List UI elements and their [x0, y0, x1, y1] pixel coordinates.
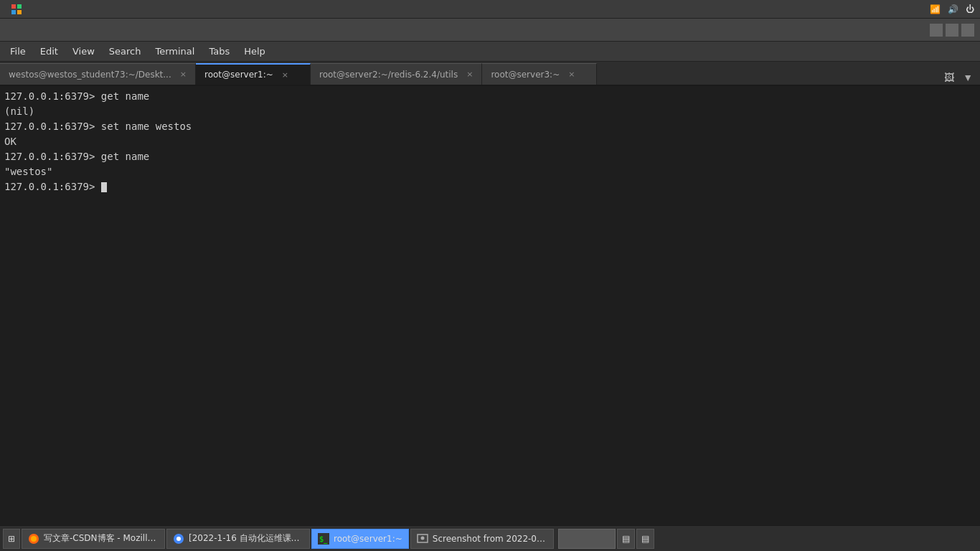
tab-label: westos@westos_student73:~/Deskt...: [9, 70, 171, 80]
terminal-icon: $_: [318, 533, 329, 545]
maximize-button[interactable]: [946, 24, 958, 37]
menu-item-help[interactable]: Help: [237, 43, 273, 60]
svg-rect-0: [11, 4, 16, 9]
tab-tab2[interactable]: root@server1:~×: [196, 63, 311, 85]
svg-point-5: [31, 536, 37, 542]
tab-tab1[interactable]: westos@westos_student73:~/Deskt...×: [0, 63, 196, 85]
tab-tab3[interactable]: root@server2:~/redis-6.2.4/utils×: [311, 63, 482, 85]
taskbar-item-tb4[interactable]: Screenshot from 2022-01-24 14-2...: [410, 529, 554, 549]
taskbar-extra-btn2[interactable]: ▤: [636, 529, 654, 549]
show-desktop-button[interactable]: ⊞: [3, 529, 20, 549]
taskbar-item-label: [2022-1-16 自动化运维课程之redis...: [189, 532, 303, 545]
taskbar-item-tb3[interactable]: $_root@server1:~: [311, 529, 409, 549]
svg-point-7: [176, 537, 181, 541]
svg-rect-3: [17, 10, 22, 14]
taskbar-search-input[interactable]: [558, 529, 616, 549]
tab-label: root@server1:~: [204, 70, 273, 80]
terminal-line: OK: [4, 134, 976, 149]
tab-dropdown-button[interactable]: ▼: [960, 70, 976, 85]
menu-item-tabs[interactable]: Tabs: [202, 43, 237, 60]
taskbar-extra-btn1[interactable]: ▤: [617, 529, 635, 549]
terminal-line: "westos": [4, 164, 976, 179]
taskbar-item-tb2[interactable]: [2022-1-16 自动化运维课程之redis...: [166, 529, 310, 549]
terminal-content[interactable]: 127.0.0.1:6379> get name(nil)127.0.0.1:6…: [0, 86, 980, 525]
menu-item-view[interactable]: View: [65, 43, 102, 60]
terminal-line: 127.0.0.1:6379> get name: [4, 149, 976, 164]
taskbar: ⊞ 写文章-CSDN博客 - Mozilla Firefox[2022-1-16…: [0, 525, 980, 551]
wifi-icon: 📶: [930, 4, 941, 14]
svg-rect-1: [17, 4, 22, 9]
menu-bar: FileEditViewSearchTerminalTabsHelp: [0, 42, 980, 62]
tab-tab4[interactable]: root@server3:~×: [482, 63, 597, 85]
title-bar: [0, 19, 980, 42]
power-icon: ⏻: [966, 4, 974, 14]
volume-icon: 🔊: [948, 4, 958, 14]
places-menu[interactable]: [43, 8, 55, 11]
tab-actions: 🖼▼: [937, 70, 980, 85]
svg-point-11: [420, 536, 424, 540]
menu-item-search[interactable]: Search: [102, 43, 149, 60]
tab-close-button[interactable]: ×: [180, 70, 187, 79]
terminal-line: 127.0.0.1:6379> set name westos: [4, 119, 976, 134]
taskbar-item-label: Screenshot from 2022-01-24 14-2...: [433, 534, 547, 544]
window-controls: [930, 24, 974, 37]
close-button[interactable]: [961, 24, 974, 37]
screenshot-icon: [417, 533, 428, 545]
menu-item-edit[interactable]: Edit: [33, 43, 65, 60]
tab-close-button[interactable]: ×: [466, 70, 473, 79]
svg-rect-2: [11, 10, 16, 14]
system-bar: 📶 🔊 ⏻: [0, 0, 980, 19]
svg-text:$_: $_: [319, 535, 328, 544]
firefox-icon: [28, 533, 39, 545]
menu-item-file[interactable]: File: [3, 43, 33, 60]
scroll-tabs-button[interactable]: 🖼: [941, 70, 957, 85]
terminal-line: 127.0.0.1:6379> get name: [4, 89, 976, 104]
tab-bar: westos@westos_student73:~/Deskt...×root@…: [0, 62, 980, 86]
minimize-button[interactable]: [930, 24, 943, 37]
tab-label: root@server3:~: [491, 70, 560, 80]
menu-item-terminal[interactable]: Terminal: [148, 43, 202, 60]
tab-close-button[interactable]: ×: [568, 70, 575, 79]
chrome-icon: [173, 533, 184, 545]
taskbar-item-label: root@server1:~: [334, 534, 402, 544]
taskbar-item-label: 写文章-CSDN博客 - Mozilla Firefox: [44, 532, 159, 545]
system-bar-right: 📶 🔊 ⏻: [915, 4, 974, 14]
applications-menu[interactable]: [6, 2, 42, 17]
terminal-line: 127.0.0.1:6379>: [4, 179, 976, 194]
tab-close-button[interactable]: ×: [282, 70, 288, 80]
system-bar-left: [6, 2, 67, 17]
terminal-line: (nil): [4, 104, 976, 119]
terminal-cursor: [101, 182, 107, 192]
tab-label: root@server2:~/redis-6.2.4/utils: [319, 70, 458, 80]
taskbar-item-tb1[interactable]: 写文章-CSDN博客 - Mozilla Firefox: [22, 529, 165, 549]
terminal-menu[interactable]: [56, 8, 67, 11]
